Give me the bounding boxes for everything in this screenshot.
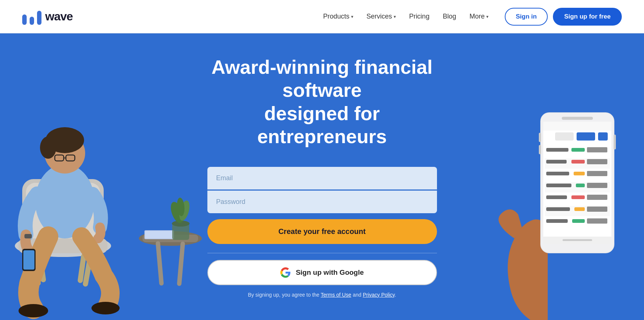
more-chevron-icon: ▾: [486, 14, 488, 19]
svg-rect-52: [574, 172, 585, 175]
hero-section: Award-winning financial software designe…: [0, 33, 644, 320]
nav-services[interactable]: Services ▾: [361, 10, 401, 23]
svg-rect-68: [572, 219, 585, 223]
svg-point-18: [19, 304, 48, 317]
logo-area[interactable]: wave: [22, 9, 73, 25]
svg-rect-47: [546, 160, 567, 164]
terms-link[interactable]: Terms of Use: [321, 292, 351, 298]
svg-rect-26: [177, 241, 185, 286]
svg-rect-28: [145, 231, 173, 238]
svg-rect-64: [574, 207, 585, 211]
email-input[interactable]: [207, 167, 437, 189]
nav-more[interactable]: More ▾: [464, 10, 494, 23]
svg-rect-72: [562, 117, 593, 120]
svg-rect-43: [546, 148, 568, 152]
svg-rect-25: [156, 241, 164, 286]
nav-links: Products ▾ Services ▾ Pricing Blog More …: [318, 10, 494, 23]
svg-rect-20: [24, 234, 32, 238]
hero-content: Award-winning financial software designe…: [193, 33, 452, 320]
svg-rect-22: [23, 250, 34, 270]
svg-rect-71: [563, 239, 592, 241]
password-input[interactable]: [207, 191, 437, 213]
products-chevron-icon: ▾: [351, 14, 353, 19]
create-account-button[interactable]: Create your free account: [207, 219, 437, 244]
phone-illustration: [481, 68, 644, 320]
svg-rect-74: [539, 133, 541, 142]
privacy-link[interactable]: Privacy Policy: [363, 292, 395, 298]
nav-blog[interactable]: Blog: [438, 10, 461, 23]
services-chevron-icon: ▾: [394, 14, 396, 19]
divider: [207, 253, 437, 253]
svg-rect-75: [539, 145, 541, 154]
svg-rect-44: [571, 148, 585, 152]
svg-rect-63: [546, 207, 570, 211]
svg-rect-1: [30, 17, 34, 25]
svg-rect-73: [614, 135, 616, 149]
svg-rect-65: [587, 207, 607, 212]
svg-rect-57: [587, 183, 607, 188]
svg-rect-40: [577, 132, 595, 141]
wave-logo-icon: [22, 9, 41, 25]
navbar: wave Products ▾ Services ▾ Pricing Blog …: [0, 0, 644, 33]
signup-form: Create your free account Sign up with Go…: [207, 167, 437, 298]
svg-rect-2: [37, 11, 41, 25]
google-icon: [280, 267, 291, 278]
svg-rect-69: [587, 218, 607, 224]
nav-products[interactable]: Products ▾: [318, 10, 358, 23]
svg-rect-55: [546, 184, 571, 187]
svg-rect-48: [571, 160, 585, 164]
svg-rect-67: [546, 219, 568, 223]
svg-point-19: [91, 302, 120, 314]
signup-button[interactable]: Sign up for free: [553, 8, 622, 26]
svg-rect-37: [543, 122, 611, 131]
svg-rect-41: [598, 132, 608, 141]
svg-rect-45: [587, 147, 607, 152]
svg-rect-56: [576, 184, 585, 187]
terms-text: By signing up, you agree to the Terms of…: [207, 292, 437, 298]
svg-rect-60: [571, 195, 585, 199]
svg-rect-53: [587, 171, 607, 176]
logo-text: wave: [45, 10, 73, 23]
svg-rect-59: [546, 195, 567, 199]
svg-rect-51: [546, 172, 569, 175]
google-signup-button[interactable]: Sign up with Google: [207, 260, 437, 285]
nav-pricing[interactable]: Pricing: [404, 10, 435, 23]
svg-rect-61: [587, 195, 607, 200]
person-illustration: [0, 68, 159, 320]
svg-point-14: [40, 136, 56, 159]
svg-rect-0: [22, 14, 27, 25]
signin-button[interactable]: Sign in: [505, 8, 548, 26]
svg-rect-39: [555, 132, 574, 141]
svg-rect-49: [587, 159, 607, 164]
nav-buttons: Sign in Sign up for free: [505, 8, 622, 26]
hero-headline: Award-winning financial software designe…: [200, 56, 444, 148]
